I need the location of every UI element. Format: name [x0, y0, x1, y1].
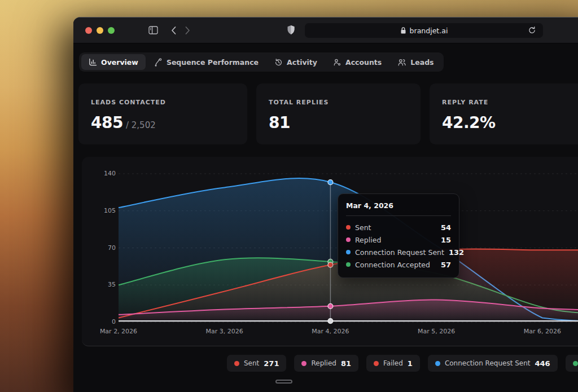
- legend-value: 81: [341, 359, 351, 368]
- tab-label: Sequence Performance: [167, 58, 259, 67]
- legend-label: Connection Request Sent: [445, 359, 531, 367]
- series-value: 57: [441, 261, 451, 269]
- x-axis-tick: Mar 4, 2026: [299, 328, 361, 335]
- browser-toolbar: brandjet.ai: [73, 17, 578, 43]
- highlight-dot-connection-request-sent: [328, 180, 333, 185]
- back-button-icon[interactable]: [170, 26, 177, 35]
- tab-sequence-performance[interactable]: Sequence Performance: [147, 54, 266, 70]
- forward-button-icon[interactable]: [185, 26, 191, 35]
- tab-activity[interactable]: Activity: [267, 54, 325, 70]
- stats-row: LEADS CONTACTED485/ 2,502TOTAL REPLIES81…: [78, 83, 578, 144]
- desktop: { "browser": { "url": "brandjet.ai", "tr…: [0, 0, 578, 392]
- url-text: brandjet.ai: [410, 27, 448, 35]
- drag-handle[interactable]: [275, 380, 292, 384]
- highlight-dot-sent: [328, 262, 333, 267]
- tab-label: Overview: [101, 58, 138, 67]
- y-axis-tick: 70: [86, 244, 116, 252]
- x-axis-tick: Mar 3, 2026: [194, 328, 256, 335]
- tab-label: Activity: [287, 58, 317, 67]
- close-window-button[interactable]: [85, 27, 92, 34]
- series-dot: [346, 237, 351, 242]
- legend-dot: [573, 361, 578, 366]
- y-axis-tick: 140: [86, 170, 116, 177]
- series-value: 15: [441, 236, 451, 244]
- series-dot: [346, 262, 351, 267]
- legend-dot: [234, 361, 239, 366]
- chart-card: Mar 4, 2026 Sent54Replied15Connection Re…: [82, 157, 578, 346]
- legend-label: Replied: [311, 359, 336, 367]
- x-axis-tick: Mar 2, 2026: [87, 328, 150, 335]
- lock-icon: [400, 27, 406, 34]
- legend-value: 446: [535, 359, 550, 368]
- legend-value: 1: [408, 359, 413, 368]
- legend-pill-connection-request-sent[interactable]: Connection Request Sent446: [428, 355, 558, 372]
- stat-card-reply-rate: REPLY RATE42.2%: [430, 83, 578, 144]
- legend-label: Sent: [244, 359, 259, 367]
- stat-label: TOTAL REPLIES: [269, 99, 408, 106]
- minimize-window-button[interactable]: [97, 27, 103, 34]
- legend-pill-failed[interactable]: Failed1: [366, 355, 420, 372]
- y-axis-tick: 105: [86, 207, 116, 214]
- sidebar-toggle-icon[interactable]: [148, 26, 158, 34]
- tab-overview[interactable]: Overview: [81, 54, 146, 70]
- series-label: Replied: [355, 236, 436, 244]
- tab-label: Leads: [410, 58, 434, 67]
- tooltip-row: Sent54: [346, 221, 451, 234]
- legend-dot: [301, 361, 306, 366]
- highlight-dot-failed: [328, 319, 333, 324]
- tab-accounts[interactable]: Accounts: [326, 54, 389, 70]
- bar-chart-icon: [89, 58, 97, 66]
- tooltip-row: Connection Request Sent132: [346, 246, 451, 258]
- history-icon: [274, 58, 283, 67]
- series-dot: [346, 250, 351, 254]
- tooltip-row: Replied15: [346, 234, 451, 246]
- stat-label: LEADS CONTACTED: [91, 99, 235, 106]
- chart-legend: Sent271Replied81Failed1Connection Reques…: [227, 355, 578, 372]
- tooltip-divider: [346, 215, 451, 216]
- legend-pill-replied[interactable]: Replied81: [294, 355, 358, 372]
- address-bar[interactable]: brandjet.ai: [305, 23, 543, 38]
- series-label: Connection Request Sent: [355, 248, 444, 257]
- legend-label: Failed: [383, 359, 403, 367]
- legend-pill-sent[interactable]: Sent271: [227, 355, 286, 372]
- tab-label: Accounts: [345, 58, 382, 67]
- highlight-dot-replied: [328, 303, 333, 309]
- stat-card-total-replies: TOTAL REPLIES81: [256, 83, 421, 144]
- stat-label: REPLY RATE: [442, 99, 578, 106]
- privacy-shield-icon[interactable]: [287, 25, 295, 36]
- route-icon: [154, 58, 163, 67]
- stat-total: / 2,502: [126, 120, 156, 130]
- series-label: Connection Accepted: [355, 261, 436, 269]
- x-axis-tick: Mar 6, 2026: [511, 328, 573, 335]
- stat-value: 42.2%: [442, 113, 496, 132]
- chart-tooltip: Mar 4, 2026 Sent54Replied15Connection Re…: [338, 193, 459, 278]
- series-value: 54: [441, 223, 451, 232]
- users-icon: [397, 58, 406, 67]
- tooltip-row: Connection Accepted57: [346, 258, 451, 271]
- browser-window: brandjet.ai OverviewSequence Performance…: [73, 17, 578, 392]
- user-icon: [333, 58, 341, 67]
- stat-card-leads-contacted: LEADS CONTACTED485/ 2,502: [78, 83, 247, 144]
- dashboard-tab-bar: OverviewSequence PerformanceActivityAcco…: [79, 52, 444, 72]
- stat-value: 485: [91, 113, 123, 132]
- traffic-lights: [85, 27, 115, 34]
- series-label: Sent: [355, 223, 436, 232]
- legend-dot: [374, 361, 379, 366]
- reload-icon[interactable]: [528, 25, 536, 35]
- legend-value: 271: [264, 359, 279, 368]
- x-axis-tick: Mar 5, 2026: [405, 328, 467, 335]
- legend-dot: [435, 361, 440, 366]
- legend-pill-connection-accepted[interactable]: Connection Accepted: [566, 355, 578, 372]
- tooltip-date: Mar 4, 2026: [346, 201, 451, 210]
- series-value: 132: [449, 248, 464, 257]
- y-axis-tick: 35: [86, 281, 116, 288]
- zoom-window-button[interactable]: [108, 27, 115, 34]
- tab-leads[interactable]: Leads: [390, 54, 441, 70]
- series-dot: [346, 225, 351, 230]
- y-axis-tick: 0: [86, 318, 116, 325]
- stat-value: 81: [269, 113, 290, 132]
